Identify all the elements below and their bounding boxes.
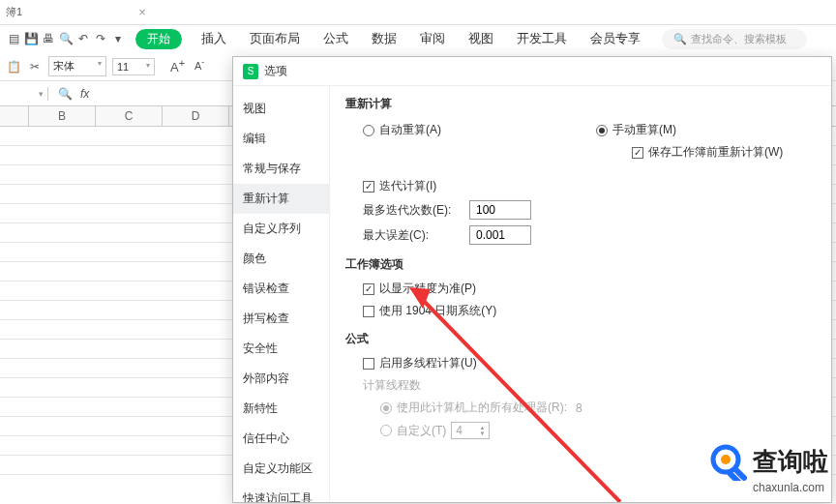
section-formula-title: 公式	[345, 331, 816, 347]
watermark-text: 查询啦	[753, 445, 828, 479]
svg-point-3	[721, 455, 731, 464]
sidebar-item-general[interactable]: 常规与保存	[233, 154, 329, 184]
sidebar-item-customlist[interactable]: 自定义序列	[233, 214, 329, 244]
font-increase-icon[interactable]: A+	[170, 57, 185, 74]
checkbox-icon	[632, 147, 643, 159]
zoom-icon[interactable]: 🔍	[58, 87, 73, 101]
dialog-content: 重新计算 自动重算(A) 手动重算(M) 保存工作簿前重新计算(W)	[330, 86, 831, 500]
checkbox-icon	[363, 358, 374, 370]
dialog-title-bar: S 选项	[233, 57, 831, 86]
file-tab[interactable]: 簿1	[6, 5, 22, 19]
font-tools: A+ A-	[170, 57, 204, 74]
radio-icon	[380, 425, 392, 436]
cut-icon[interactable]: ✂	[27, 59, 43, 74]
max-iter-input[interactable]	[469, 200, 531, 220]
calc-threads-label: 计算线程数	[363, 377, 816, 394]
checkbox-recalc-before-save[interactable]: 保存工作簿前重新计算(W)	[632, 144, 816, 161]
search-input[interactable]: 🔍查找命令、搜索模板	[662, 29, 807, 49]
radio-custom-threads: 自定义(T) 4 ▲▼	[380, 422, 816, 439]
watermark: 查询啦 chaxunla.com	[708, 442, 828, 494]
checkbox-1904-date[interactable]: 使用 1904 日期系统(Y)	[363, 303, 816, 319]
watermark-logo-icon	[708, 442, 747, 481]
font-size-select[interactable]: 11▾	[112, 58, 155, 75]
section-workbook-title: 工作簿选项	[345, 256, 816, 273]
sidebar-item-newfeature[interactable]: 新特性	[233, 394, 329, 424]
sidebar-item-errorcheck[interactable]: 错误检查	[233, 274, 329, 304]
radio-manual-recalc[interactable]: 手动重算(M)	[596, 122, 676, 138]
quick-access: ▤ 💾 🖶 🔍 ↶ ↷ ▾	[6, 31, 126, 46]
search-icon: 🔍	[673, 33, 687, 44]
save-icon[interactable]: 💾	[23, 31, 39, 46]
file-tab-bar: 簿1 ×	[0, 0, 836, 25]
options-dialog: S 选项 视图 编辑 常规与保存 重新计算 自定义序列 颜色 错误检查 拼写检查…	[232, 56, 832, 503]
col-header[interactable]: D	[163, 106, 229, 126]
sidebar-item-recalc[interactable]: 重新计算	[233, 184, 329, 214]
redo-icon[interactable]: ↷	[93, 31, 108, 46]
undo-icon[interactable]: ↶	[75, 31, 91, 46]
checkbox-icon	[363, 283, 374, 295]
name-box[interactable]: ▾	[0, 87, 48, 101]
print-icon[interactable]: 🖶	[41, 31, 56, 46]
main-menu: ▤ 💾 🖶 🔍 ↶ ↷ ▾ 开始 插入 页面布局 公式 数据 审阅 视图 开发工…	[0, 25, 836, 52]
menu-developer[interactable]: 开发工具	[507, 28, 577, 49]
radio-icon	[380, 402, 392, 414]
sidebar-item-color[interactable]: 颜色	[233, 244, 329, 274]
col-header[interactable]: C	[96, 106, 163, 126]
sidebar-item-trust[interactable]: 信任中心	[233, 424, 329, 454]
sidebar-item-quickaccess[interactable]: 快速访问工具栏	[233, 484, 329, 503]
preview-icon[interactable]: 🔍	[58, 31, 74, 46]
menu-pagelayout[interactable]: 页面布局	[240, 28, 310, 49]
fx-label[interactable]: fx	[80, 87, 89, 101]
max-change-label: 最大误差(C):	[363, 227, 460, 244]
radio-icon	[363, 125, 374, 136]
menu-review[interactable]: 审阅	[410, 28, 455, 49]
dialog-sidebar: 视图 编辑 常规与保存 重新计算 自定义序列 颜色 错误检查 拼写检查 安全性 …	[233, 86, 330, 500]
menu-view[interactable]: 视图	[459, 28, 503, 49]
sidebar-item-edit[interactable]: 编辑	[233, 124, 329, 154]
menu-home[interactable]: 开始	[135, 29, 182, 49]
radio-icon	[596, 125, 608, 136]
menu-data[interactable]: 数据	[362, 28, 406, 49]
col-header[interactable]: B	[29, 106, 96, 126]
select-all-corner[interactable]	[0, 106, 29, 126]
app-icon: S	[243, 64, 258, 79]
radio-all-processors: 使用此计算机上的所有处理器(R): 8	[380, 400, 816, 416]
sidebar-item-view[interactable]: 视图	[233, 94, 329, 124]
max-iter-label: 最多迭代次数(E):	[363, 202, 460, 219]
close-icon[interactable]: ×	[138, 5, 146, 19]
checkbox-iterative[interactable]: 迭代计算(I)	[363, 178, 816, 194]
font-select[interactable]: 宋体▾	[48, 56, 106, 76]
watermark-url: chaxunla.com	[753, 481, 828, 494]
checkbox-icon	[363, 306, 374, 317]
processor-count: 8	[576, 401, 582, 415]
font-decrease-icon[interactable]: A-	[194, 57, 204, 74]
sidebar-item-customribbon[interactable]: 自定义功能区	[233, 454, 329, 484]
menu-insert[interactable]: 插入	[192, 28, 236, 49]
max-change-input[interactable]	[469, 225, 531, 245]
checkbox-multithread[interactable]: 启用多线程计算(U)	[363, 355, 816, 371]
sidebar-item-spellcheck[interactable]: 拼写检查	[233, 304, 329, 334]
app-icon[interactable]: ▤	[6, 31, 21, 46]
menu-formulas[interactable]: 公式	[314, 28, 358, 49]
dialog-title: 选项	[264, 63, 287, 79]
section-recalc-title: 重新计算	[345, 96, 816, 112]
custom-thread-input: 4 ▲▼	[451, 422, 490, 439]
sidebar-item-security[interactable]: 安全性	[233, 334, 329, 364]
dropdown-icon[interactable]: ▾	[110, 31, 126, 46]
checkbox-precision-as-displayed[interactable]: 以显示精度为准(P)	[363, 281, 816, 297]
checkbox-icon	[363, 181, 374, 193]
menu-member[interactable]: 会员专享	[581, 28, 650, 49]
sidebar-item-external[interactable]: 外部内容	[233, 364, 329, 394]
radio-auto-recalc[interactable]: 自动重算(A)	[363, 122, 441, 138]
chevron-down-icon: ▾	[39, 89, 44, 99]
paste-icon[interactable]: 📋	[6, 59, 21, 74]
